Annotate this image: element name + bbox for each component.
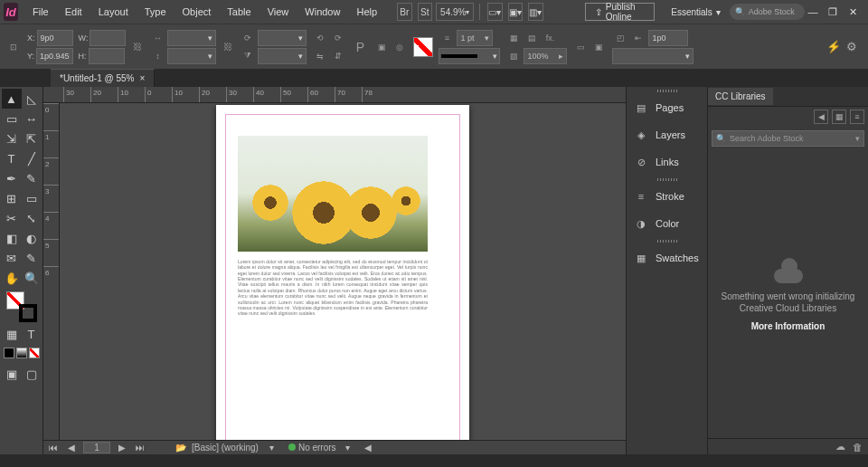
paragraph-style-icon[interactable]: P — [352, 39, 368, 55]
cc-libraries-tab[interactable]: CC Libraries — [708, 88, 773, 105]
constrain-wh-icon[interactable]: ⛓ — [131, 31, 144, 63]
apply-none-button[interactable] — [29, 348, 40, 358]
text-frame[interactable]: Lorem ipsum dolor sit amet, consectetur … — [238, 259, 428, 317]
document-page[interactable]: Lorem ipsum dolor sit amet, consectetur … — [216, 105, 469, 440]
selection-tool[interactable]: ▲ — [2, 89, 22, 109]
stroke-weight-field[interactable]: 1 pt▾ — [457, 30, 493, 46]
h-field[interactable] — [89, 48, 125, 64]
eyedropper-tool[interactable]: ✎ — [22, 248, 42, 268]
free-transform-tool[interactable]: ⤡ — [22, 208, 42, 228]
reference-point-widget[interactable]: ⊡ — [5, 39, 22, 55]
auto-fit-icon[interactable]: ▦ — [505, 30, 522, 46]
fill-swatch[interactable] — [413, 37, 433, 57]
vertical-ruler[interactable]: 0 1 2 3 4 5 6 — [43, 103, 60, 440]
format-container-button[interactable]: ▦ — [2, 324, 22, 344]
panel-stroke[interactable]: ≡Stroke — [627, 183, 707, 210]
x-field[interactable]: 9p0 — [37, 30, 73, 46]
w-field[interactable] — [90, 30, 126, 46]
window-close-button[interactable]: ✕ — [846, 6, 859, 18]
last-page-button[interactable]: ⏭ — [134, 443, 146, 453]
indent-field[interactable]: 1p0 — [648, 30, 688, 46]
scissors-tool[interactable]: ✂ — [2, 208, 22, 228]
panel-links[interactable]: ⊘Links — [627, 148, 707, 176]
fitting-icon[interactable]: ▤ — [524, 30, 540, 46]
cc-delete-icon[interactable]: 🗑 — [853, 442, 863, 453]
stock-button[interactable]: St — [418, 3, 433, 21]
direct-selection-tool[interactable]: ◺ — [22, 89, 42, 109]
panel-pages[interactable]: ▤Pages — [627, 94, 707, 121]
content-collector-tool[interactable]: ⇲ — [2, 129, 22, 148]
arrange-documents-button[interactable]: ▥▾ — [528, 3, 543, 21]
constrain-scale-icon[interactable]: ⛓ — [222, 31, 234, 63]
hand-tool[interactable]: ✋ — [2, 268, 22, 288]
preflight-profile[interactable]: [Basic] (working) — [192, 443, 259, 453]
flip-h-icon[interactable]: ⇋ — [312, 48, 328, 64]
rotate-field[interactable]: ▾ — [258, 30, 307, 46]
cc-more-info-link[interactable]: More Information — [751, 321, 826, 331]
pencil-tool[interactable]: ✎ — [22, 168, 42, 188]
view-options-button[interactable]: ▭▾ — [487, 3, 503, 21]
effects-icon[interactable]: fx. — [542, 30, 558, 46]
shear-field[interactable]: ▾ — [258, 48, 307, 64]
gpu-performance-icon[interactable]: ⚡ — [826, 40, 841, 53]
select-container-icon[interactable]: ▣ — [373, 39, 390, 55]
preflight-status[interactable]: No errors — [298, 443, 336, 453]
drop-shadow-icon[interactable]: ▨ — [505, 48, 522, 64]
menu-view[interactable]: View — [260, 3, 297, 21]
menu-edit[interactable]: Edit — [58, 3, 90, 21]
first-page-button[interactable]: ⏮ — [47, 443, 60, 453]
cc-sync-icon[interactable]: ☁ — [835, 441, 845, 453]
apply-gradient-button[interactable] — [16, 348, 27, 358]
view-mode-normal[interactable]: ▣ — [2, 364, 22, 384]
workspace-switcher[interactable]: Essentials▾ — [671, 7, 721, 17]
zoom-tool[interactable]: 🔍 — [22, 268, 42, 288]
cc-grid-view-button[interactable]: ▦ — [832, 110, 846, 124]
settings-icon[interactable]: ⚙ — [846, 40, 857, 53]
horizontal-ruler[interactable]: 30 20 10 0 10 20 30 40 50 60 70 78 — [43, 87, 626, 103]
select-content-icon[interactable]: ◎ — [392, 39, 408, 55]
adobe-stock-search[interactable]: 🔍Adobe Stock — [730, 4, 805, 20]
panel-swatches[interactable]: ▦Swatches — [627, 244, 707, 272]
menu-window[interactable]: Window — [297, 3, 347, 21]
rectangle-tool[interactable]: ▭ — [22, 188, 42, 208]
rectangle-frame-tool[interactable]: ⊞ — [2, 188, 22, 208]
window-restore-button[interactable]: ❐ — [826, 6, 839, 18]
gradient-swatch-tool[interactable]: ◧ — [2, 228, 22, 248]
text-wrap-none-icon[interactable]: ▭ — [572, 39, 589, 55]
cc-search-field[interactable]: 🔍Search Adobe Stock▾ — [712, 130, 864, 147]
menu-layout[interactable]: Layout — [91, 3, 136, 21]
zoom-level-field[interactable]: 54.9%▾ — [436, 3, 474, 21]
content-placer-tool[interactable]: ⇱ — [22, 129, 42, 148]
close-icon[interactable]: × — [139, 73, 145, 83]
scroll-left-button[interactable]: ◀ — [364, 443, 372, 453]
page-tool[interactable]: ▭ — [2, 109, 22, 129]
gradient-feather-tool[interactable]: ◐ — [22, 228, 42, 248]
panel-layers[interactable]: ◈Layers — [627, 121, 707, 148]
bridge-button[interactable]: Br — [397, 3, 412, 21]
publish-online-button[interactable]: ⇪Publish Online — [585, 3, 656, 21]
pasteboard[interactable]: Lorem ipsum dolor sit amet, consectetur … — [60, 103, 626, 440]
open-icon[interactable]: 📂 — [175, 443, 186, 453]
apply-color-button[interactable] — [4, 348, 14, 358]
line-tool[interactable]: ╱ — [22, 148, 42, 168]
text-wrap-around-icon[interactable]: ▣ — [590, 39, 607, 55]
menu-table[interactable]: Table — [220, 3, 258, 21]
stroke-style-field[interactable]: ▾ — [439, 48, 500, 64]
window-minimize-button[interactable]: — — [807, 6, 819, 18]
menu-type[interactable]: Type — [137, 3, 174, 21]
corner-style-field[interactable]: ▾ — [612, 48, 693, 64]
corner-options-icon[interactable]: ◰ — [612, 30, 628, 46]
image-frame[interactable] — [238, 136, 428, 252]
prev-page-button[interactable]: ◀ — [65, 443, 78, 453]
menu-file[interactable]: File — [25, 3, 56, 21]
rotate-cw-icon[interactable]: ⟳ — [330, 30, 346, 46]
scale-y-field[interactable]: ▾ — [167, 48, 216, 64]
format-text-button[interactable]: T — [22, 324, 42, 344]
page-number-field[interactable]: 1 — [83, 442, 110, 453]
menu-help[interactable]: Help — [349, 3, 384, 21]
pen-tool[interactable]: ✒ — [2, 168, 22, 188]
y-field[interactable]: 1p0.945 — [36, 48, 73, 64]
cc-back-button[interactable]: ◀ — [814, 110, 828, 124]
type-tool[interactable]: T — [2, 148, 22, 168]
scale-x-field[interactable]: ▾ — [167, 30, 216, 46]
